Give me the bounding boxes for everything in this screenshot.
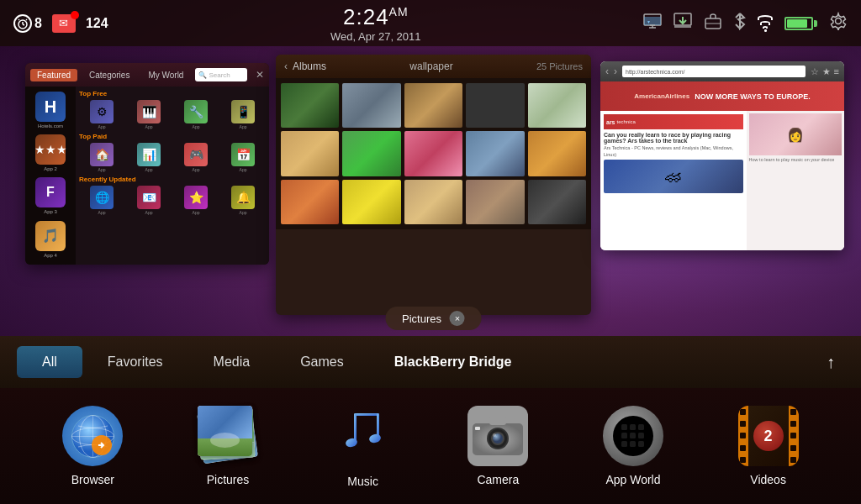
pictures-tab[interactable]: Pictures × <box>385 307 482 330</box>
download-icon[interactable] <box>673 13 692 34</box>
browser-window[interactable]: ‹ › http://arstechnica.com/ ☆ ★ ≡ Americ… <box>600 61 844 250</box>
dock-item-browser[interactable]: Browser <box>62 406 123 486</box>
svg-rect-43 <box>638 433 644 438</box>
cat-tab-blackberrybridge[interactable]: BlackBerry Bridge <box>369 346 537 378</box>
appworld-tab-categories[interactable]: Categories <box>82 69 136 81</box>
category-scroll-up[interactable]: ↑ <box>817 349 844 375</box>
picture-thumb[interactable] <box>281 131 339 176</box>
browser-back[interactable]: ‹ <box>605 66 609 77</box>
browser-header: ‹ › http://arstechnica.com/ ☆ ★ ≡ <box>600 61 844 81</box>
status-right: ▼ <box>643 12 848 34</box>
aw-mini-app[interactable]: 🎹App <box>126 100 172 129</box>
dock-item-videos[interactable]: 2 Videos <box>738 406 799 486</box>
browser-forward[interactable]: › <box>614 66 617 77</box>
cat-tab-favorites[interactable]: Favorites <box>82 346 188 378</box>
aw-sidebar-item[interactable]: F App 3 <box>27 176 74 217</box>
picture-thumb[interactable] <box>466 180 524 224</box>
aw-mini-app[interactable]: 📱App <box>220 100 266 129</box>
svg-point-34 <box>493 433 496 437</box>
appworld-tab-featured[interactable]: Featured <box>30 69 77 81</box>
aw-topfree-grid: ⚙App 🎹App 🔧App 📱App <box>79 100 266 129</box>
bluetooth-icon[interactable] <box>734 12 746 34</box>
pictures-back[interactable]: ‹ Albums <box>284 60 326 72</box>
dock-item-music[interactable]: Music <box>333 405 394 488</box>
pictures-close[interactable]: × <box>450 311 465 326</box>
aw-mini-app[interactable]: 🎮App <box>173 143 219 172</box>
picture-thumb[interactable] <box>404 131 462 176</box>
alarm-badge: 8 <box>13 14 42 33</box>
picture-thumb[interactable] <box>342 83 400 128</box>
videos-dock-icon: 2 <box>738 406 799 466</box>
browser-menu[interactable]: ≡ <box>834 66 839 77</box>
picture-thumb[interactable] <box>404 180 462 224</box>
browser-article: ars technica Can you really learn to rac… <box>600 111 844 250</box>
aw-mini-app[interactable]: 🌐App <box>79 186 124 215</box>
svg-rect-36 <box>475 427 480 430</box>
aw-mini-app[interactable]: 📊App <box>126 143 172 172</box>
aw-mini-app[interactable]: ⭐App <box>173 186 219 215</box>
browser-content: AmericanAirlines NOW MORE WAYS TO EUROPE… <box>600 81 844 250</box>
svg-line-4 <box>26 19 27 20</box>
dock-label-pictures: Pictures <box>207 473 250 486</box>
aw-sidebar-item[interactable]: H Hotels.com <box>27 90 74 131</box>
pictures-count: 25 Pictures <box>536 61 583 71</box>
dock-label-browser: Browser <box>71 473 114 486</box>
appworld-close[interactable]: ✕ <box>256 69 264 81</box>
alarm-icon <box>13 14 32 33</box>
picture-thumb[interactable] <box>528 131 586 176</box>
briefcase-icon[interactable] <box>704 13 722 34</box>
browser-address[interactable]: http://arstechnica.com/ <box>622 66 806 77</box>
aw-mini-app[interactable]: 🔔App <box>220 186 266 215</box>
dock-label-appworld: App World <box>605 473 660 486</box>
aw-mini-app[interactable]: ⚙App <box>79 100 124 129</box>
svg-text:▼: ▼ <box>647 19 651 24</box>
aw-mini-app[interactable]: 📅App <box>220 143 266 172</box>
appworld-window[interactable]: Featured Categories My World 🔍 Search ✕ … <box>25 63 269 265</box>
aw-sidebar-item[interactable]: 🎵 App 4 <box>27 219 74 260</box>
appworld-body: H Hotels.com ★★★ App 2 F App 3 <box>25 87 269 265</box>
cat-tab-media[interactable]: Media <box>188 346 276 378</box>
aw-recent-grid: 🌐App 📧App ⭐App 🔔App <box>79 186 266 215</box>
aw-mini-app[interactable]: 📧App <box>126 186 172 215</box>
picture-thumb[interactable] <box>342 180 400 224</box>
cat-tab-all[interactable]: All <box>17 346 82 378</box>
cat-tab-games[interactable]: Games <box>275 346 369 378</box>
dock-item-camera[interactable]: Camera <box>467 406 528 486</box>
wifi-icon[interactable] <box>758 15 773 32</box>
app-dock: Browser Pictures <box>0 388 861 504</box>
category-bar: All Favorites Media Games BlackBerry Bri… <box>0 336 861 388</box>
dock-item-appworld[interactable]: App World <box>603 406 663 486</box>
browser-bookmark[interactable]: ☆ <box>811 66 819 77</box>
aw-mini-app[interactable]: 🔧App <box>173 100 219 129</box>
screen-icon[interactable]: ▼ <box>643 13 662 33</box>
dock-item-pictures[interactable]: Pictures <box>198 406 258 486</box>
appworld-sidebar: H Hotels.com ★★★ App 2 F App 3 <box>25 87 76 265</box>
svg-rect-40 <box>638 424 644 430</box>
svg-point-27 <box>368 433 382 444</box>
picture-thumb[interactable] <box>281 180 339 224</box>
picture-thumb[interactable] <box>528 180 586 224</box>
picture-thumb[interactable] <box>466 131 524 176</box>
aw-sidebar-item[interactable]: ★★★ App 2 <box>27 133 74 174</box>
appworld-search[interactable]: 🔍 Search <box>195 68 247 81</box>
picture-thumb[interactable] <box>404 83 462 128</box>
svg-rect-41 <box>621 433 627 438</box>
aw-mini-app[interactable]: 🏠App <box>79 143 124 172</box>
main-area: Featured Categories My World 🔍 Search ✕ … <box>0 46 861 336</box>
picture-thumb[interactable] <box>528 83 586 128</box>
music-dock-icon <box>333 405 394 468</box>
browser-ad-banner: AmericanAirlines NOW MORE WAYS TO EUROPE… <box>600 81 844 111</box>
camera-dock-icon <box>467 406 528 466</box>
settings-icon[interactable] <box>829 12 848 34</box>
status-left: 8 ✉ 124 <box>13 14 108 33</box>
message-icon[interactable]: ✉ <box>52 14 76 33</box>
svg-rect-24 <box>354 413 357 443</box>
appworld-tab-myworld[interactable]: My World <box>141 69 190 81</box>
status-bar: 8 ✉ 124 2:24AM Wed, Apr 27, 2011 ▼ <box>0 0 861 46</box>
browser-star[interactable]: ★ <box>822 66 831 77</box>
picture-thumb[interactable] <box>281 83 339 128</box>
pictures-grid <box>276 78 591 229</box>
pictures-window[interactable]: ‹ Albums wallpaper 25 Pictures Pictures <box>276 55 591 315</box>
picture-thumb[interactable] <box>466 83 524 128</box>
picture-thumb[interactable] <box>342 131 400 176</box>
